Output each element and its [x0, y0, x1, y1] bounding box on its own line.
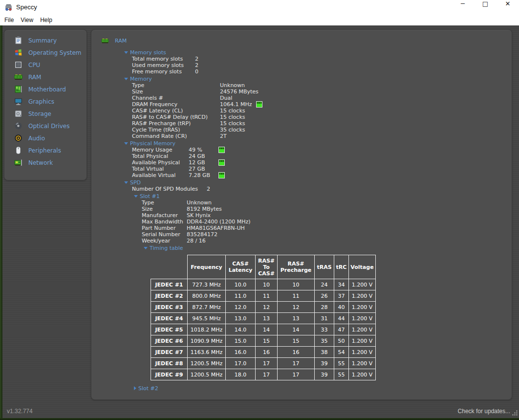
sidebar-item-label: Graphics [28, 98, 54, 105]
collapse-arrow-icon[interactable] [134, 195, 138, 198]
sidebar-item-label: Motherboard [28, 86, 66, 93]
cell-value: 12 [256, 302, 278, 313]
property-row: Free memory slots0 [100, 68, 512, 75]
property-row: TypeUnknown [100, 82, 512, 88]
property-label: Command Rate (CR) [132, 133, 220, 139]
property-label: Available Virtual [132, 172, 189, 178]
sidebar-item-optical-drives[interactable]: Optical Drives [4, 120, 86, 132]
cell-value: 37 [334, 290, 349, 302]
minimize-button[interactable]: ─ [452, 0, 474, 15]
cell-value: 55 [334, 369, 349, 380]
property-row: Total Physical24 GB [100, 153, 512, 159]
row-label: JEDEC #4 [151, 313, 188, 324]
property-label: CAS# Latency (CL) [132, 108, 220, 114]
window-edge-left [0, 25, 2, 420]
main-area: SummaryOperating SystemCPURAMMotherboard… [0, 25, 519, 420]
property-value: DDR4-2400 (1200 MHz) [187, 219, 251, 225]
group-slot-1[interactable]: Slot #1 [100, 193, 512, 199]
cell-value: 17 [278, 369, 315, 380]
sidebar-item-label: Audio [28, 135, 45, 142]
row-label: JEDEC #3 [151, 302, 188, 313]
menu-help[interactable]: Help [40, 17, 52, 23]
table-row: JEDEC #91200.5 MHz18.0171739551.200 V [151, 369, 376, 380]
group-label[interactable]: Timing table [150, 245, 183, 251]
group-label[interactable]: Memory [130, 76, 152, 82]
cell-value: 800.0 MHz [188, 290, 226, 302]
group-timing-table[interactable]: Timing table [100, 244, 512, 251]
sidebar-item-network[interactable]: Network [4, 156, 86, 169]
menubar: FileViewHelp [0, 15, 519, 25]
group-label[interactable]: Memory slots [130, 49, 166, 56]
cell-value: 1200.5 MHz [188, 369, 226, 380]
table-row: JEDEC #81200.5 MHz17.0171739551.200 V [151, 358, 376, 369]
sidebar-item-motherboard[interactable]: Motherboard [4, 83, 86, 95]
collapse-arrow-icon[interactable] [144, 247, 148, 249]
property-row: Available Physical12 GB [100, 159, 512, 166]
ram-page-icon [100, 37, 110, 44]
group-memory-slots[interactable]: Memory slots [100, 49, 512, 56]
property-value: 7.28 GB [189, 172, 215, 178]
cell-value: 54 [334, 347, 349, 358]
property-value: 2 [195, 62, 198, 68]
property-label: Number Of SPD Modules [132, 186, 207, 192]
collapse-arrow-icon[interactable] [124, 181, 128, 184]
collapse-arrow-icon[interactable] [124, 142, 128, 145]
menu-view[interactable]: View [21, 17, 33, 23]
group-memory[interactable]: Memory [100, 75, 512, 82]
sidebar-item-audio[interactable]: Audio [4, 132, 86, 144]
property-label: Size [142, 206, 187, 212]
corner-cell [151, 255, 188, 279]
collapse-arrow-icon[interactable] [124, 51, 128, 54]
collapse-arrow-icon[interactable] [124, 78, 128, 80]
property-label: Serial Number [142, 231, 187, 238]
expand-arrow-icon[interactable] [134, 386, 136, 390]
page-header: RAM [100, 37, 512, 44]
sidebar-item-storage[interactable]: Storage [4, 108, 86, 120]
property-value: 15 clocks [220, 114, 245, 120]
cell-value: 1018.2 MHz [188, 324, 226, 335]
sidebar-item-cpu[interactable]: CPU [4, 59, 86, 71]
resize-grip-icon[interactable] [512, 410, 518, 416]
check-updates-link[interactable]: Check for updates... [458, 408, 510, 415]
column-header: tRC [334, 255, 349, 279]
property-label: Memory Usage [132, 147, 189, 153]
group-physical-memory[interactable]: Physical Memory [100, 140, 512, 147]
property-label: RAS# Precharge (tRP) [132, 120, 220, 127]
property-row: RAS# to CAS# Delay (tRCD)15 clocks [100, 114, 512, 120]
cell-value: 16.0 [226, 347, 256, 358]
sidebar-item-ram[interactable]: RAM [4, 71, 86, 83]
group-spd[interactable]: SPD [100, 179, 512, 186]
property-label: Free memory slots [132, 68, 195, 75]
property-label: Manufacturer [142, 212, 187, 219]
cell-value: 1.200 V [349, 290, 376, 302]
close-button[interactable]: ✕ [497, 0, 519, 15]
sidebar-item-graphics[interactable]: Graphics [4, 95, 86, 108]
cell-value: 17 [256, 358, 278, 369]
property-row: Number Of SPD Modules2 [100, 186, 512, 192]
cell-value: 15 [256, 335, 278, 347]
table-row: JEDEC #1727.3 MHz10.0101024341.200 V [151, 279, 376, 290]
property-row: Week/year28 / 16 [100, 238, 512, 244]
content-panel: RAM Memory slotsTotal memory slots2Used … [91, 29, 512, 400]
sidebar-item-peripherals[interactable]: Peripherals [4, 144, 86, 156]
sidebar-item-summary[interactable]: Summary [4, 34, 86, 46]
property-row: Memory Usage49 % [100, 147, 512, 153]
group-label[interactable]: SPD [130, 179, 141, 186]
menu-file[interactable]: File [4, 17, 14, 23]
property-value: 0 [195, 68, 198, 75]
cell-value: 26 [315, 290, 334, 302]
group-label[interactable]: Slot #2 [138, 385, 158, 392]
property-label: Used memory slots [132, 62, 195, 68]
property-value: 49 % [189, 147, 215, 153]
group-slot-2[interactable]: Slot #2 [100, 385, 512, 392]
maximize-button[interactable]: □ [474, 0, 497, 15]
sidebar-item-label: CPU [28, 62, 40, 68]
cell-value: 38 [315, 347, 334, 358]
cell-value: 1.200 V [349, 347, 376, 358]
cell-value: 28 [315, 302, 334, 313]
sidebar-item-operating-system[interactable]: Operating System [4, 46, 86, 59]
cell-value: 31 [315, 313, 334, 324]
property-value: 8192 MBytes [187, 206, 222, 212]
group-label[interactable]: Slot #1 [140, 193, 160, 199]
group-label[interactable]: Physical Memory [130, 140, 175, 147]
